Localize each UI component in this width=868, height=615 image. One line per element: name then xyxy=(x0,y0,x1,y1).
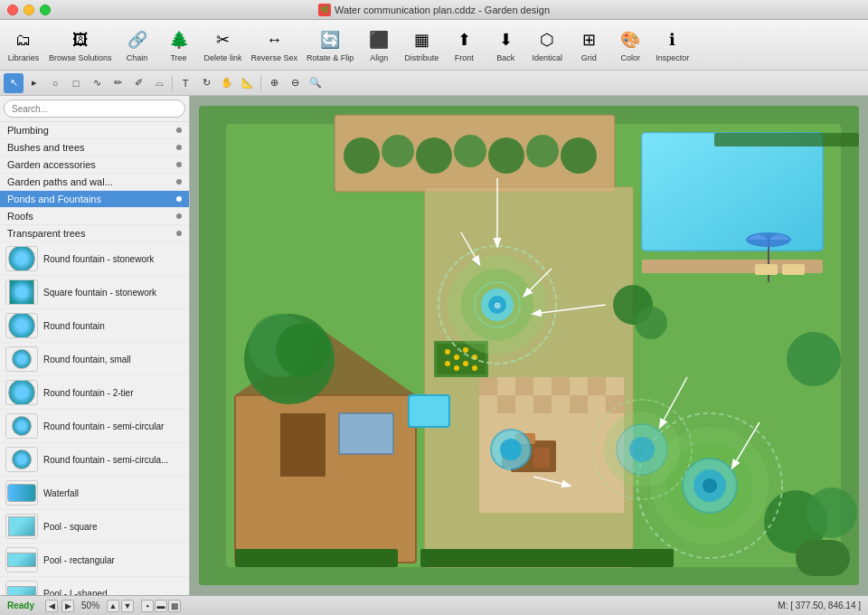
svg-point-45 xyxy=(561,137,597,174)
tool-text[interactable]: T xyxy=(175,73,195,93)
category-plumbing[interactable]: Plumbing xyxy=(0,122,189,139)
lib-item-round-2tier[interactable]: Round fountain - 2-tier xyxy=(0,376,189,410)
tools-separator xyxy=(260,75,261,91)
category-bushes[interactable]: Bushes and trees xyxy=(0,139,189,156)
delete-link-icon: ✂ xyxy=(211,27,236,52)
tool-measure[interactable]: 📐 xyxy=(238,73,258,93)
tool-curve[interactable]: ∿ xyxy=(87,73,107,93)
lib-item-waterfall[interactable]: Waterfall xyxy=(0,477,189,510)
view-full[interactable]: ▩ xyxy=(168,600,181,612)
svg-point-40 xyxy=(382,135,414,167)
view-mode-btns: ▪ ▬ ▩ xyxy=(141,600,181,612)
category-ponds[interactable]: Ponds and Fountains xyxy=(0,191,189,208)
svg-rect-25 xyxy=(552,395,570,413)
tool-bezier[interactable]: ⌓ xyxy=(149,73,169,93)
lib-thumb-pool-rect xyxy=(5,547,38,572)
category-indicator xyxy=(176,213,182,219)
svg-rect-14 xyxy=(497,377,515,395)
lib-item-round-fountain[interactable]: Round fountain xyxy=(0,309,189,343)
distribute-icon: ▦ xyxy=(409,27,434,52)
svg-point-76 xyxy=(703,478,717,493)
zoom-step-btns: ▲ ▼ xyxy=(107,600,134,612)
zoom-back-btn[interactable]: ◀ xyxy=(45,600,58,612)
category-indicator xyxy=(176,162,182,167)
tool-pan[interactable]: ✋ xyxy=(217,73,237,93)
view-wide[interactable]: ▬ xyxy=(155,600,167,612)
identical-icon: ⬡ xyxy=(534,27,560,52)
status-ready: Ready xyxy=(7,601,34,610)
lib-thumb-round-2tier xyxy=(5,380,38,405)
tool-rotate[interactable]: ↻ xyxy=(196,73,216,93)
tool-zoom-out[interactable]: ⊖ xyxy=(285,73,305,93)
view-normal[interactable]: ▪ xyxy=(141,600,154,612)
tool-zoom-area[interactable]: 🔍 xyxy=(306,73,326,93)
toolbar-btn-color[interactable]: 🎨Color xyxy=(610,25,650,64)
svg-point-39 xyxy=(344,137,380,174)
lib-item-pool-l[interactable]: Pool - L-shaped xyxy=(0,577,189,595)
category-paths[interactable]: Garden paths and wal... xyxy=(0,174,189,191)
tool-rect[interactable]: □ xyxy=(66,73,86,93)
close-button[interactable] xyxy=(7,5,18,15)
tool-select[interactable]: ↖ xyxy=(4,73,24,93)
zoom-step-up[interactable]: ▲ xyxy=(107,600,119,612)
svg-point-42 xyxy=(454,135,486,167)
category-accessories[interactable]: Garden accessories xyxy=(0,156,189,174)
toolbar-btn-chain[interactable]: 🔗Chain xyxy=(118,25,157,64)
category-label: Garden accessories xyxy=(7,159,96,170)
svg-rect-90 xyxy=(420,549,674,567)
svg-point-56 xyxy=(463,361,468,366)
sidebar-search-area xyxy=(0,96,189,122)
maximize-button[interactable] xyxy=(40,5,51,15)
tool-zoom-in[interactable]: ⊕ xyxy=(264,73,284,93)
tool-pen[interactable]: ✏ xyxy=(108,73,127,93)
svg-point-43 xyxy=(488,137,524,174)
lib-thumb-round-semi2 xyxy=(5,447,38,472)
window-controls[interactable] xyxy=(7,5,51,15)
canvas-area[interactable]: ⊕ xyxy=(190,96,868,595)
svg-point-55 xyxy=(454,365,459,371)
zoom-fwd-btn[interactable]: ▶ xyxy=(61,600,74,612)
toolbar-btn-rotate-flip[interactable]: 🔄Rotate & Flip xyxy=(303,25,357,64)
lib-item-round-small[interactable]: Round fountain, small xyxy=(0,343,189,376)
lib-item-round-semi[interactable]: Round fountain - semi-circular xyxy=(0,410,189,443)
minimize-button[interactable] xyxy=(24,5,34,15)
libraries-icon: 🗂 xyxy=(11,27,36,52)
svg-point-44 xyxy=(526,135,559,167)
tool-pointer[interactable]: ▸ xyxy=(24,73,44,93)
zoom-step-down[interactable]: ▼ xyxy=(121,600,134,612)
toolbar-btn-browse-solutions[interactable]: 🖼Browse Solutions xyxy=(45,25,116,64)
tool-pencil[interactable]: ✐ xyxy=(128,73,148,93)
toolbar-btn-grid[interactable]: ⊞Grid xyxy=(569,25,609,64)
lib-item-square-stonework[interactable]: Square fountain - stonework xyxy=(0,276,189,309)
align-icon: ⬛ xyxy=(366,27,392,52)
toolbar-btn-reverse-sex[interactable]: ↔Reverse Sex xyxy=(248,25,302,64)
front-icon: ⬆ xyxy=(451,27,476,52)
main-toolbar: 🗂Libraries🖼Browse Solutions🔗Chain🌲Tree✂D… xyxy=(0,20,868,71)
toolbar-btn-inspector[interactable]: ℹInspector xyxy=(652,25,693,64)
category-label: Roofs xyxy=(7,211,33,222)
svg-rect-22 xyxy=(497,395,515,413)
tool-ellipse[interactable]: ○ xyxy=(45,73,65,93)
lib-item-round-semi2[interactable]: Round fountain - semi-circula... xyxy=(0,443,189,477)
lib-item-pool-rect[interactable]: Pool - rectangular xyxy=(0,544,189,577)
toolbar-btn-identical[interactable]: ⬡Identical xyxy=(527,25,567,64)
toolbar-btn-align[interactable]: ⬛Align xyxy=(359,25,399,64)
toolbar-btn-libraries[interactable]: 🗂Libraries xyxy=(4,25,43,64)
search-input[interactable] xyxy=(4,99,185,118)
lib-item-round-stonework[interactable]: Round fountain - stonework xyxy=(0,242,189,276)
toolbar-btn-back[interactable]: ⬇Back xyxy=(486,25,525,64)
svg-rect-13 xyxy=(479,377,497,395)
svg-rect-18 xyxy=(570,377,588,395)
app-icon: 🌿 xyxy=(318,4,331,16)
toolbar-btn-tree[interactable]: 🌲Tree xyxy=(159,25,199,64)
svg-rect-17 xyxy=(552,377,570,395)
lib-item-pool-square[interactable]: Pool - square xyxy=(0,510,189,544)
svg-rect-21 xyxy=(479,395,497,413)
zoom-level: 50% xyxy=(81,601,99,610)
category-transparent[interactable]: Transparent trees xyxy=(0,225,189,242)
category-roofs[interactable]: Roofs xyxy=(0,208,189,225)
toolbar-btn-distribute[interactable]: ▦Distribute xyxy=(401,25,442,64)
toolbar-btn-delete-link[interactable]: ✂Delete link xyxy=(201,25,246,64)
svg-text:⊕: ⊕ xyxy=(494,300,501,310)
toolbar-btn-front[interactable]: ⬆Front xyxy=(444,25,484,64)
